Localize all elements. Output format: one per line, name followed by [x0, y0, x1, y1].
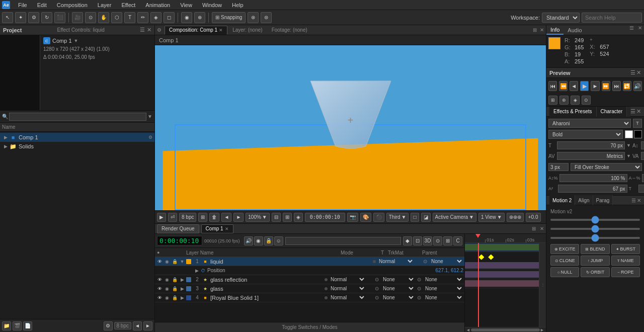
- panel-menu-icon[interactable]: ☰: [140, 27, 145, 33]
- tl-blendmode-btn[interactable]: ⊙: [433, 236, 442, 245]
- prev-last-btn[interactable]: ⏭: [612, 81, 621, 91]
- layer2-mode-select[interactable]: Normal: [329, 276, 366, 283]
- baseline-shift-input[interactable]: [558, 185, 627, 193]
- comp-tab-comp1[interactable]: Composition: Comp 1 ✕: [165, 26, 227, 35]
- prev-fwd-btn[interactable]: ⏩: [602, 81, 610, 91]
- shuttle-btn[interactable]: ⏎: [168, 213, 177, 222]
- fit-btn[interactable]: ⊟: [272, 213, 281, 222]
- menu-help[interactable]: Help: [230, 2, 246, 8]
- new-comp-btn2[interactable]: ⊞: [198, 213, 207, 222]
- tool-camera[interactable]: 🎥: [72, 12, 83, 23]
- panel-close-icon[interactable]: ✕: [147, 27, 151, 33]
- layer4-lock[interactable]: 🔒: [171, 294, 178, 301]
- tool-puppet[interactable]: ⊕: [194, 12, 205, 23]
- prev-step-back-btn[interactable]: ◄: [570, 81, 578, 91]
- font-style-select[interactable]: Bold: [548, 130, 623, 139]
- info-tab[interactable]: Info: [546, 25, 564, 35]
- stroke-size-input[interactable]: [548, 163, 569, 171]
- timeline-expand-icon[interactable]: ⊞: [532, 226, 536, 231]
- layer2-name[interactable]: glass reflection: [209, 277, 324, 283]
- layer2-lock[interactable]: 🔒: [171, 276, 178, 283]
- toggle-label[interactable]: Toggle Switches / Modes: [282, 324, 338, 330]
- tl-search-input[interactable]: [285, 237, 401, 245]
- snapshot-btn[interactable]: 📷: [347, 213, 358, 222]
- motion-slider-1[interactable]: [550, 219, 640, 221]
- effects-presets-tab[interactable]: Effects & Presets: [549, 107, 597, 117]
- tl-solo-btn[interactable]: ◉: [254, 236, 263, 245]
- tl-scroll-thumb[interactable]: [471, 328, 540, 331]
- prev-extra1[interactable]: ⊞: [548, 96, 557, 105]
- tl-audio-btn[interactable]: 🔊: [244, 236, 253, 245]
- tool-shape[interactable]: ⬛: [54, 12, 65, 23]
- time-display-box[interactable]: 0:00:00:10: [157, 236, 202, 245]
- solids-expand-icon[interactable]: ▶: [4, 144, 8, 149]
- prev-extra3[interactable]: ◈: [571, 96, 580, 105]
- layer1-name[interactable]: liquid: [209, 259, 372, 265]
- view-extra-btns[interactable]: ⊛⊛⊛: [507, 213, 524, 222]
- vert-scale-input[interactable]: [559, 174, 627, 182]
- tool-type[interactable]: T: [124, 12, 135, 23]
- align-tab[interactable]: Align: [575, 195, 593, 205]
- layer1-mode-select[interactable]: Normal: [377, 258, 414, 265]
- preview-menu-icon[interactable]: ☰: [630, 69, 635, 76]
- prev-extra4[interactable]: ⊙: [582, 96, 591, 105]
- help-search[interactable]: [582, 13, 642, 23]
- tsn-input[interactable]: [638, 185, 644, 193]
- font-size-unit-icon[interactable]: ▼: [626, 143, 631, 148]
- grid-btn[interactable]: ⊞: [283, 213, 292, 222]
- timeline-h-scrollbar[interactable]: ◄ ►: [465, 327, 546, 332]
- position-expand-icon[interactable]: ▶: [195, 268, 199, 273]
- menu-animation[interactable]: Animation: [143, 2, 172, 8]
- motion-menu-icon[interactable]: ☰: [631, 198, 636, 203]
- prev-step-fwd-btn[interactable]: ►: [591, 81, 599, 91]
- layer1-eye[interactable]: 👁: [156, 258, 163, 265]
- prev-extra2[interactable]: ⊛: [559, 96, 569, 105]
- timeline-close-icon[interactable]: ✕: [540, 226, 544, 231]
- tool-roto[interactable]: ◉: [181, 12, 192, 23]
- menu-edit[interactable]: Edit: [35, 2, 49, 8]
- toggle-switches-bar[interactable]: Toggle Switches / Modes: [155, 322, 464, 332]
- position-keyframe-icon[interactable]: ⏱: [201, 268, 205, 273]
- prev-first-btn[interactable]: ⏮: [548, 81, 557, 91]
- tl-flowchart-btn[interactable]: ⊞: [443, 236, 452, 245]
- stroke-type-select[interactable]: Fill Over Stroke: [571, 163, 642, 171]
- tool-orbit[interactable]: ⊙: [85, 12, 96, 23]
- menu-composition[interactable]: Composition: [55, 2, 90, 8]
- offset-display[interactable]: +0.0: [526, 213, 541, 222]
- leading-input[interactable]: [641, 141, 644, 149]
- motion-close-icon[interactable]: ✕: [637, 198, 641, 203]
- tl-shy-btn[interactable]: ☺: [274, 236, 283, 245]
- blend-btn[interactable]: ⊞ BLEND: [581, 244, 609, 254]
- layer4-name[interactable]: [Royal Blue Solid 1]: [209, 295, 324, 301]
- camera-dropdown[interactable]: Active Camera ▼: [433, 213, 476, 222]
- para-tab[interactable]: Parag: [593, 195, 613, 205]
- layer4-parent-select[interactable]: None: [423, 294, 463, 301]
- prev-back-btn[interactable]: ⏪: [559, 81, 568, 91]
- tool-brush[interactable]: ⚙: [28, 12, 39, 23]
- fill-color-box[interactable]: [625, 130, 633, 138]
- layer1-parent-select[interactable]: None: [429, 258, 463, 265]
- project-item-solids[interactable]: ▶ 📁 Solids: [0, 142, 154, 151]
- layer4-expand[interactable]: ▶: [179, 294, 186, 301]
- prev-frame-btn[interactable]: ◄: [221, 213, 231, 222]
- tl-keyframe-btn[interactable]: ◆: [403, 236, 412, 245]
- position-value[interactable]: 627.1, 612.2: [435, 268, 463, 273]
- motion-slider-2[interactable]: [550, 228, 640, 230]
- name-btn[interactable]: T NAME: [611, 256, 640, 266]
- layer-tab[interactable]: Layer: (none): [228, 26, 266, 35]
- prev-play-btn[interactable]: ▶: [580, 81, 589, 91]
- project-item-comp1[interactable]: ▶ ■ Comp 1 ⚙: [0, 133, 154, 142]
- menu-effect[interactable]: Effect: [119, 2, 137, 8]
- layer2-expand[interactable]: ▶: [179, 276, 186, 283]
- clone-btn[interactable]: ⊙ CLONE: [550, 256, 579, 266]
- jump-btn[interactable]: ↑ JUMP: [581, 256, 609, 266]
- exposure-btn[interactable]: ⚫: [373, 213, 384, 222]
- search-options-icon[interactable]: ▼: [147, 114, 152, 119]
- tl-scroll-right-btn[interactable]: ►: [540, 327, 545, 333]
- track-scroll-grip[interactable]: ⋮: [539, 243, 546, 327]
- burst-btn[interactable]: ✦ BURST: [611, 244, 640, 254]
- tool-pen[interactable]: ✦: [15, 12, 26, 23]
- null-btn[interactable]: ○ NULL: [550, 267, 579, 277]
- horiz-scale-input[interactable]: [642, 174, 644, 182]
- trash-btn[interactable]: 🗑: [209, 213, 219, 222]
